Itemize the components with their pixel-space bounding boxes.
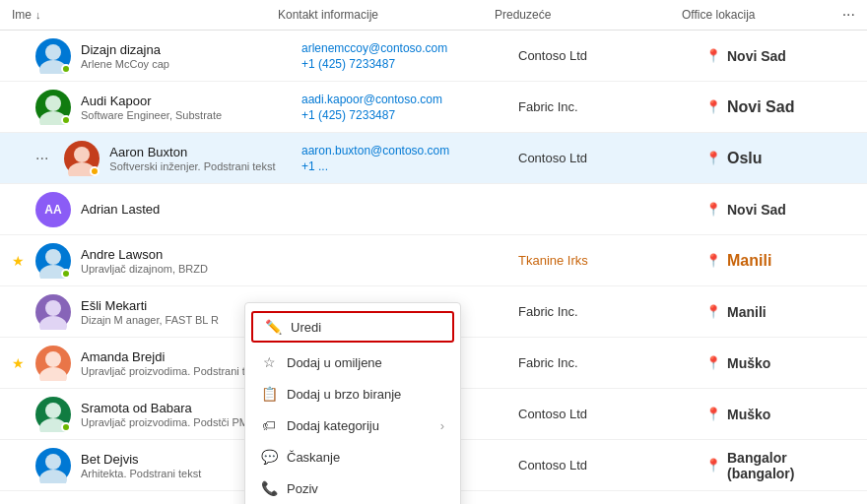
svg-point-14: [45, 454, 61, 470]
person-info: Aaron Buxton Softverski inženjer. Podstr…: [109, 145, 275, 172]
company-col: Fabric Inc.: [518, 304, 705, 319]
svg-point-6: [45, 249, 61, 265]
location-pin-icon: 📍: [705, 304, 721, 319]
person-name: Bet Dejvis: [81, 452, 201, 467]
location-text: Novi Sad: [727, 48, 786, 64]
office-col: 📍 Muško: [705, 407, 855, 422]
location-text: Muško: [727, 407, 770, 422]
location-pin-icon: 📍: [705, 355, 721, 370]
person-info: Amanda Brejdi Upravljač proizvodima. Pod…: [81, 349, 265, 377]
col-header-more[interactable]: ···: [816, 6, 855, 24]
avatar: [64, 141, 100, 176]
avatar: [35, 294, 71, 330]
person-info: Bet Dejvis Arhitekta. Podstrani tekst: [81, 452, 201, 479]
col-header-company: Preduzeće: [495, 8, 682, 22]
table-row[interactable]: Dizajn dizajna Arlene McCoy cap arlenemc…: [0, 31, 867, 82]
person-title: Upravljač dizajnom, BRZD: [81, 263, 208, 275]
location-pin-icon: 📍: [705, 202, 721, 217]
office-col: 📍 Muško: [705, 355, 855, 371]
location-pin-icon: 📍: [705, 458, 721, 472]
email: arlenemccoy@contoso.com: [301, 41, 518, 55]
svg-point-10: [45, 351, 61, 367]
person-name-col: ··· Aaron Buxton Softverski inženjer. Po…: [35, 141, 301, 176]
company-col: Contoso Ltd: [518, 48, 705, 63]
context-menu-item-omiljene[interactable]: ☆ Dodaj u omiljene: [245, 346, 460, 378]
context-menu-item-brzo[interactable]: 📋 Dodaj u brzo biranje: [245, 378, 460, 410]
table-row[interactable]: AA Adrian Lasted 📍 Novi Sad: [0, 184, 867, 235]
location-text: Muško: [727, 355, 770, 371]
svg-point-12: [45, 403, 61, 418]
location-text: Novi Sad: [727, 98, 794, 116]
submenu-arrow-icon: ›: [440, 418, 444, 433]
person-title: Arhitekta. Podstrani tekst: [81, 468, 201, 479]
sort-icon[interactable]: ↓: [35, 9, 41, 21]
email: aaron.buxton@contoso.com: [301, 144, 518, 158]
favorite-star-icon: ★: [12, 253, 25, 269]
col-header-name: Ime ↓: [12, 8, 278, 22]
col-header-office: Office lokacija: [682, 8, 816, 22]
person-title: Software Engineer, Substrate: [81, 109, 222, 121]
star-col: ★: [12, 253, 35, 269]
person-name-col: Andre Lawson Upravljač dizajnom, BRZD: [35, 243, 301, 279]
favorite-star-icon: ★: [12, 355, 25, 371]
person-info: Audi Kapoor Software Engineer, Substrate: [81, 94, 222, 121]
online-status: [61, 64, 71, 74]
table-row[interactable]: ★ Andre Lawson Upravljač dizajnom, BRZD …: [0, 235, 867, 286]
menu-item-label: Časkanje: [287, 450, 340, 465]
context-menu-item-caskanje[interactable]: 💬 Časkanje: [245, 441, 460, 472]
online-status: [61, 269, 71, 279]
contact-col: aaron.buxton@contoso.com +1 ...: [301, 144, 518, 173]
person-title: Upravljač proizvodima. Podstči PM: [81, 416, 248, 428]
contact-col: arlenemccoy@contoso.com +1 (425) 7233487: [301, 41, 518, 71]
person-name-col: AA Adrian Lasted: [35, 192, 301, 227]
context-menu-item-uredi[interactable]: ✏️ Uredi: [251, 311, 454, 343]
svg-point-0: [45, 44, 61, 60]
col-header-contact: Kontakt informacije: [278, 8, 495, 22]
office-col: 📍 Novi Sad: [705, 202, 855, 218]
person-name: Amanda Brejdi: [81, 349, 265, 364]
menu-item-label: Dodaj u brzo biranje: [287, 387, 401, 402]
online-status: [61, 115, 71, 125]
avatar: AA: [35, 192, 71, 227]
person-info: Sramota od Babara Upravljač proizvodima.…: [81, 401, 248, 428]
phone: +1 ...: [301, 159, 518, 173]
person-name: Aaron Buxton: [109, 145, 275, 159]
menu-item-label: Uredi: [291, 320, 321, 335]
menu-item-label: Dodaj u omiljene: [287, 355, 382, 370]
phone-icon: 📞: [261, 480, 277, 496]
chat-icon: 💬: [261, 449, 277, 465]
company-col: Contoso Ltd: [518, 458, 705, 472]
person-title: Arlene McCoy cap: [81, 58, 169, 70]
person-name: Audi Kapoor: [81, 94, 222, 108]
svg-point-2: [45, 95, 61, 111]
table-row[interactable]: Audi Kapoor Software Engineer, Substrate…: [0, 82, 867, 133]
company-col: Contoso Ltd: [518, 151, 705, 165]
office-col: 📍 Novi Sad: [705, 98, 855, 116]
context-menu-item-kategorija[interactable]: 🏷 Dodaj kategoriju ›: [245, 410, 460, 441]
menu-item-label: Poziv: [287, 481, 318, 496]
table-row[interactable]: ··· Aaron Buxton Softverski inženjer. Po…: [0, 133, 867, 184]
avatar: [35, 448, 71, 483]
avatar: [35, 243, 71, 279]
location-pin-icon: 📍: [705, 48, 721, 63]
menu-item-label: Dodaj kategoriju: [287, 418, 379, 433]
table-header: Ime ↓ Kontakt informacije Preduzeće Offi…: [0, 0, 867, 31]
person-name: Dizajn dizajna: [81, 42, 169, 57]
company-col: Fabric Inc.: [518, 355, 705, 370]
star-icon: ☆: [261, 354, 277, 370]
context-menu-item-poziv[interactable]: 📞 Poziv: [245, 472, 460, 504]
more-options-icon[interactable]: ···: [842, 6, 855, 23]
location-text: Manili: [727, 252, 771, 270]
location-text: Manili: [727, 304, 767, 320]
email: aadi.kapoor@contoso.com: [301, 93, 518, 106]
office-col: 📍 Bangalor (bangalor): [705, 450, 855, 481]
company-col: Contoso Ltd: [518, 407, 705, 421]
person-name: Andre Lawson: [81, 247, 208, 262]
company-col: Fabric Inc.: [518, 99, 705, 114]
online-status: [61, 422, 71, 432]
person-name: Ešli Mekarti: [81, 298, 219, 313]
phone: +1 (425) 7233487: [301, 108, 518, 122]
svg-point-4: [74, 147, 90, 162]
ellipsis-button[interactable]: ···: [35, 150, 48, 167]
col-name-label: Ime: [12, 8, 32, 22]
